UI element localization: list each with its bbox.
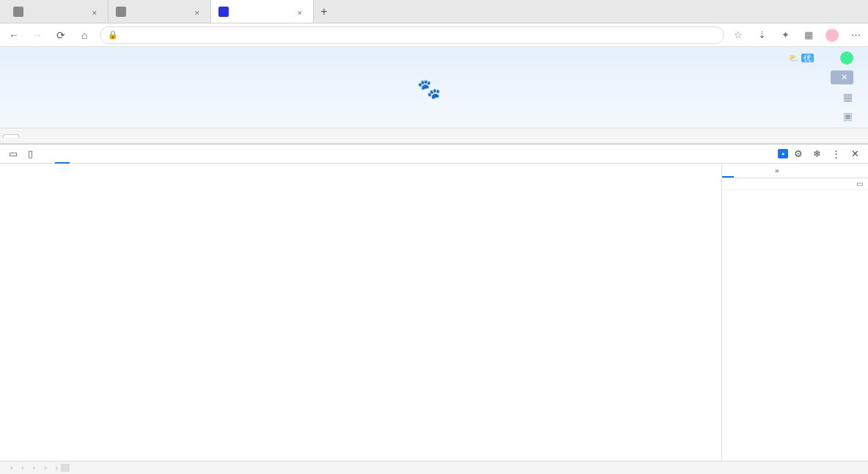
- puzzle-icon[interactable]: ✦: [779, 29, 792, 42]
- dt-tab-performance[interactable]: [119, 145, 134, 164]
- menu-icon[interactable]: ⋯: [849, 29, 862, 42]
- address-bar: ← → ⟳ ⌂ 🔒 ☆ ⇣ ✦ ▦ ⋯: [0, 23, 868, 47]
- page-notice[interactable]: ✕: [831, 70, 853, 84]
- tab-2[interactable]: [211, 0, 314, 23]
- dt-tab-elements[interactable]: [55, 145, 70, 164]
- filter-input[interactable]: [725, 180, 841, 188]
- site-tab-strip: [0, 128, 868, 144]
- tab-1[interactable]: [108, 0, 211, 23]
- skin-icon[interactable]: ▣: [843, 110, 855, 122]
- page-top-nav: ⛅ 优: [0, 47, 868, 69]
- devtools-close-icon[interactable]: ✕: [847, 145, 864, 164]
- window-controls: [780, 0, 868, 23]
- logo[interactable]: 🐾: [0, 78, 868, 101]
- crumb[interactable]: [61, 464, 70, 472]
- browser-titlebar: +: [0, 0, 868, 23]
- devtools-tabs: ▭ ▯ ▪ ⚙ ❄ ⋮ ✕: [0, 145, 868, 164]
- favicon-icon: [116, 7, 126, 17]
- favicon-icon: [218, 7, 229, 17]
- close-icon[interactable]: [92, 7, 100, 16]
- layout-tab[interactable]: [746, 164, 757, 178]
- crumb[interactable]: [38, 464, 49, 472]
- weather-widget[interactable]: ⛅ 优: [789, 53, 814, 64]
- dt-tab-lighthouse[interactable]: [184, 145, 199, 164]
- grid-icon[interactable]: ▦: [802, 29, 815, 42]
- kebab-icon[interactable]: ⋮: [827, 145, 845, 164]
- dt-tab-sources[interactable]: [87, 145, 102, 164]
- download-icon[interactable]: ⇣: [755, 29, 768, 42]
- dt-tab-memory[interactable]: [136, 145, 150, 164]
- close-icon[interactable]: ✕: [841, 73, 847, 82]
- computed-tab[interactable]: [734, 164, 746, 178]
- page-content: ⛅ 优 ✕ ▦ ▣ 🐾: [0, 47, 868, 128]
- gear-icon[interactable]: ⚙: [790, 145, 807, 164]
- reload-button[interactable]: ⟳: [53, 27, 69, 43]
- paw-icon: 🐾: [417, 78, 441, 101]
- dt-tab-security[interactable]: [168, 145, 183, 164]
- dt-tab-network[interactable]: [103, 145, 118, 164]
- elements-panel[interactable]: [0, 164, 721, 461]
- tab-strip: +: [0, 0, 780, 23]
- user-info[interactable]: [840, 51, 856, 65]
- maximize-button[interactable]: [809, 0, 839, 23]
- window-close-button[interactable]: [839, 0, 868, 23]
- site-tab[interactable]: [3, 134, 19, 138]
- lock-icon: 🔒: [108, 30, 118, 40]
- styles-tab[interactable]: [722, 164, 734, 178]
- tab-0[interactable]: [6, 0, 108, 23]
- dt-tab-welcome[interactable]: [39, 145, 54, 164]
- dt-tab-application[interactable]: [152, 145, 166, 164]
- more-tabs[interactable]: »: [769, 164, 785, 178]
- back-button[interactable]: ←: [6, 27, 22, 43]
- home-button[interactable]: ⌂: [76, 27, 92, 43]
- styles-body[interactable]: [722, 190, 868, 461]
- crumb[interactable]: [49, 464, 60, 472]
- crumb[interactable]: [27, 464, 38, 472]
- crumb[interactable]: [15, 464, 26, 472]
- events-tab[interactable]: [757, 164, 769, 178]
- avatar-icon[interactable]: [825, 29, 839, 42]
- minimize-button[interactable]: [780, 0, 809, 23]
- devtools: ▭ ▯ ▪ ⚙ ❄ ⋮ ✕ »: [0, 144, 868, 474]
- inspect-icon[interactable]: ▭: [4, 145, 22, 164]
- favicon-icon: [13, 7, 23, 17]
- avatar-icon: [840, 51, 853, 65]
- dock-icon[interactable]: ▭: [854, 180, 865, 188]
- breadcrumbs: [0, 461, 868, 474]
- dt-tab-console[interactable]: [71, 145, 86, 164]
- qr-icon[interactable]: ▦: [843, 91, 855, 103]
- star-icon[interactable]: ☆: [732, 29, 745, 42]
- forward-button[interactable]: →: [29, 27, 45, 43]
- issues-badge[interactable]: ▪: [778, 149, 788, 158]
- styles-panel: » ▭: [721, 164, 868, 461]
- new-tab-button[interactable]: +: [314, 0, 334, 23]
- snowflake-icon[interactable]: ❄: [809, 145, 825, 164]
- device-icon[interactable]: ▯: [23, 145, 37, 164]
- url-box[interactable]: 🔒: [100, 26, 724, 44]
- close-icon[interactable]: [297, 7, 306, 16]
- close-icon[interactable]: [194, 7, 203, 16]
- crumb[interactable]: [4, 464, 15, 472]
